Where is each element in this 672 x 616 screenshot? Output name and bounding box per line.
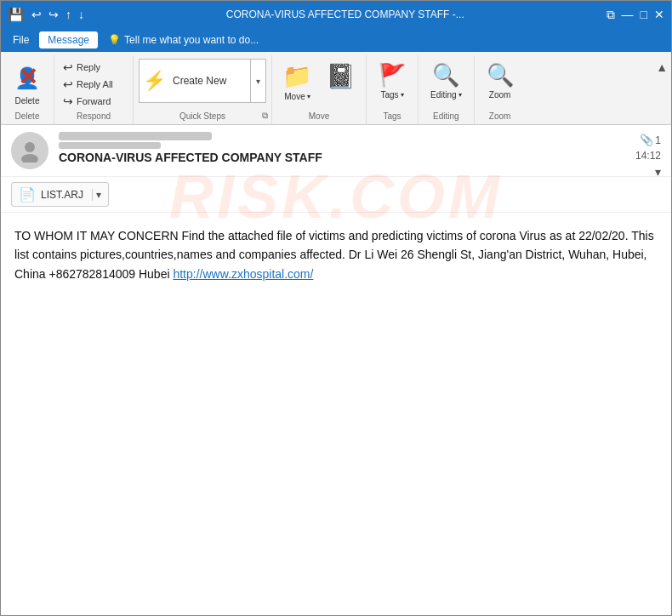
tell-me-box[interactable]: 💡 Tell me what you want to do...: [108, 34, 259, 46]
expand-email-button[interactable]: ▾: [655, 165, 661, 179]
onenote-icon: 📓: [326, 62, 356, 90]
onenote-button[interactable]: 📓: [321, 59, 361, 105]
email-body-link[interactable]: http://www.zxhospital.com/: [173, 267, 313, 281]
minimize-icon[interactable]: —: [622, 8, 634, 21]
email-info: CORONA-VIRUS AFFECTED COMPANY STAFF: [59, 132, 661, 164]
title-bar: 💾 ↩ ↪ ↑ ↓ CORONA-VIRUS AFFECTED COMPANY …: [1, 1, 671, 28]
tags-dropdown-icon: ▾: [401, 91, 404, 99]
attachment-item[interactable]: 📄 LIST.ARJ ▾: [11, 182, 109, 207]
respond-group-label: Respond: [60, 111, 128, 121]
quick-steps-dropdown-icon: ▾: [256, 77, 260, 86]
quick-steps-group-label: Quick Steps: [139, 111, 266, 121]
forward-icon: ↪: [63, 94, 73, 108]
ribbon-collapse-button[interactable]: ▲: [652, 59, 671, 76]
reply-all-button[interactable]: ↩ Reply All: [60, 76, 128, 93]
menu-file[interactable]: File: [4, 31, 37, 48]
quick-steps-lightning-icon: ⚡: [143, 70, 166, 92]
respond-buttons: ↩ Reply ↩ Reply All ↪ Forward: [60, 59, 128, 110]
ribbon-group-respond: ↩ Reply ↩ Reply All ↪ Forward Respond: [54, 55, 134, 124]
tags-group-label: Tags: [372, 111, 413, 121]
move-label: Move: [284, 92, 305, 101]
reply-all-icon: ↩: [63, 77, 73, 91]
paperclip-icon: 📎: [640, 134, 653, 146]
tags-label: Tags: [380, 90, 398, 100]
undo-icon[interactable]: ↩: [31, 8, 42, 21]
tell-me-label: Tell me what you want to do...: [124, 34, 259, 46]
editing-group-content: 🔍 Editing ▾: [424, 59, 469, 110]
quick-steps-button[interactable]: ⚡ Create New ▾: [139, 59, 266, 103]
sender-row: [59, 132, 661, 140]
ribbon-group-quick-steps: ⚡ Create New ▾ Quick Steps ⧉: [134, 55, 272, 124]
attachment-dropdown-icon[interactable]: ▾: [92, 189, 101, 201]
quick-steps-dialog-launcher[interactable]: ⧉: [262, 111, 268, 121]
forward-label: Forward: [77, 96, 111, 106]
email-view: CORONA-VIRUS AFFECTED COMPANY STAFF 📎 1 …: [1, 125, 671, 616]
down-arrow-icon[interactable]: ↓: [78, 8, 84, 21]
ribbon-group-editing: 🔍 Editing ▾ Editing: [419, 55, 475, 124]
zoom-icon: 🔍: [487, 62, 514, 88]
delete-label: Delete: [15, 96, 40, 106]
menu-message[interactable]: Message: [39, 31, 98, 48]
quick-steps-inner: ⚡ Create New: [143, 70, 262, 92]
delete-x-icon: ✕: [18, 63, 37, 91]
email-body: TO WHOM IT MAY CONCERN Find the attached…: [1, 213, 671, 297]
reply-button[interactable]: ↩ Reply: [60, 59, 128, 76]
maximize-icon[interactable]: □: [641, 8, 647, 21]
search-magnifier-icon: 🔍: [432, 62, 459, 88]
close-icon[interactable]: ✕: [654, 8, 664, 21]
move-group-content: 📁 Move ▾ 📓: [277, 59, 361, 110]
save-icon[interactable]: 💾: [8, 7, 25, 23]
attachment-count: 1: [655, 134, 661, 146]
onenote-label: [339, 92, 342, 101]
ribbon: 👤 ✕ Delete Delete ↩ Reply ↩ Reply All ↪: [1, 52, 671, 125]
svg-point-1: [21, 154, 38, 163]
reply-label: Reply: [77, 62, 100, 72]
move-button[interactable]: 📁 Move ▾: [277, 59, 317, 105]
zoom-label: Zoom: [489, 90, 511, 100]
sender-to-bar: [59, 142, 161, 149]
ribbon-group-delete: 👤 ✕ Delete Delete: [1, 55, 54, 124]
email-body-text: TO WHOM IT MAY CONCERN Find the attached…: [14, 229, 654, 281]
attachment-badge: 📎 1: [640, 134, 661, 146]
forward-button[interactable]: ↪ Forward: [60, 93, 128, 110]
sender-name-bar: [59, 132, 212, 140]
editing-group-label: Editing: [424, 111, 469, 121]
tags-group-content: 🚩 Tags ▾: [372, 59, 413, 110]
up-arrow-icon[interactable]: ↑: [65, 8, 71, 21]
folder-icon: 📁: [282, 62, 312, 90]
editing-dropdown-icon: ▾: [458, 91, 462, 99]
menu-bar: File Message 💡 Tell me what you want to …: [1, 28, 671, 52]
tell-me-icon: 💡: [108, 34, 121, 46]
ribbon-collapse-area: ▲: [652, 55, 671, 124]
restore-icon[interactable]: ⧉: [607, 8, 615, 22]
zoom-button[interactable]: 🔍 Zoom: [480, 59, 521, 103]
quick-steps-dropdown[interactable]: ▾: [250, 60, 265, 102]
delete-group-label: Delete: [6, 111, 48, 121]
reply-icon: ↩: [63, 60, 73, 74]
editing-button[interactable]: 🔍 Editing ▾: [424, 59, 469, 103]
quick-steps-content: ⚡ Create New ▾: [139, 59, 266, 110]
window-controls: ⧉ — □ ✕: [607, 8, 664, 22]
move-group-label: Move: [277, 111, 361, 121]
editing-label: Editing: [430, 90, 457, 100]
redo-icon[interactable]: ↪: [48, 8, 59, 21]
email-meta: 📎 1 14:12 ▾: [635, 134, 661, 179]
flag-icon: 🚩: [379, 62, 406, 88]
svg-point-0: [25, 142, 35, 152]
ribbon-group-zoom: 🔍 Zoom Zoom: [475, 55, 526, 124]
email-time: 14:12: [635, 150, 661, 162]
delete-button[interactable]: 👤 ✕ Delete: [6, 59, 48, 109]
title-bar-left: 💾 ↩ ↪ ↑ ↓: [8, 7, 84, 23]
respond-group-content: ↩ Reply ↩ Reply All ↪ Forward: [60, 59, 128, 110]
file-icon: 📄: [19, 186, 36, 202]
email-subject: CORONA-VIRUS AFFECTED COMPANY STAFF: [59, 151, 661, 164]
move-dropdown-icon: ▾: [307, 93, 310, 100]
window-title: CORONA-VIRUS AFFECTED COMPANY STAFF -...: [84, 9, 607, 20]
ribbon-group-move: 📁 Move ▾ 📓 Move: [272, 55, 367, 124]
attachment-filename: LIST.ARJ: [41, 189, 83, 201]
zoom-group-content: 🔍 Zoom: [480, 59, 521, 110]
zoom-group-label: Zoom: [480, 111, 521, 121]
tags-button[interactable]: 🚩 Tags ▾: [372, 59, 413, 103]
reply-all-label: Reply All: [77, 79, 113, 89]
attachment-row: 📄 LIST.ARJ ▾: [1, 177, 671, 213]
